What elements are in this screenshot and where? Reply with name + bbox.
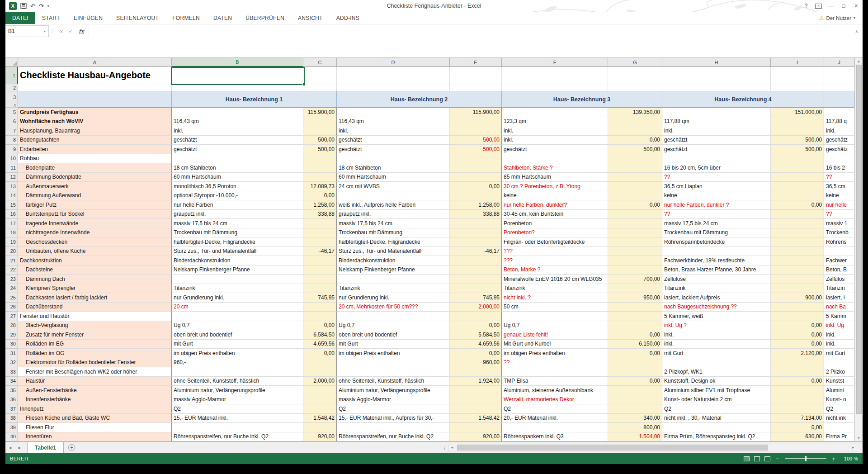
- cell-F32[interactable]: ??: [502, 358, 608, 368]
- cell-B8[interactable]: geschätzt: [172, 136, 303, 145]
- row-header-23[interactable]: 23: [5, 275, 18, 284]
- cell-J31[interactable]: mit Gurt: [824, 349, 854, 358]
- cell-G11[interactable]: [608, 163, 662, 173]
- zoom-out-icon[interactable]: −: [775, 455, 780, 462]
- cell-A19[interactable]: Geschossdecken: [18, 237, 172, 247]
- maximize-icon[interactable]: □: [837, 3, 850, 9]
- cell-F34[interactable]: TMP Elisa: [502, 377, 608, 386]
- formula-bar-expanded-area[interactable]: [5, 38, 863, 58]
- cell-B26[interactable]: 20 cm: [172, 303, 303, 312]
- cell-B24[interactable]: Titanzink: [172, 284, 303, 294]
- cell-B20[interactable]: Sturz zus., Tür- und Materialentfall: [172, 247, 303, 256]
- cell-E2[interactable]: [450, 84, 502, 91]
- row-header-11[interactable]: 11: [5, 163, 18, 173]
- cell-B37[interactable]: Q2: [172, 404, 303, 414]
- cell-D19[interactable]: halbfertigteil-Decke, Filigrandecke: [337, 237, 450, 247]
- cell-F18[interactable]: Porenbeton?: [502, 228, 608, 238]
- cell-D40[interactable]: Röhrenspanstreifen, nur Buche inkl. Q2: [337, 432, 450, 442]
- row-header-40[interactable]: 40: [5, 432, 18, 442]
- cell-D35[interactable]: Aluminium natur, Verlängerungsprofile: [337, 386, 450, 395]
- vertical-scroll-thumb[interactable]: [856, 65, 862, 414]
- cell-J12[interactable]: ??: [824, 173, 854, 182]
- cell-F7[interactable]: inkl.: [502, 126, 608, 136]
- cell-H31[interactable]: mit Gurt: [662, 349, 771, 358]
- row-header-33[interactable]: 33: [5, 367, 18, 377]
- cell-C30[interactable]: 4.659,56: [303, 340, 337, 349]
- cell-B9[interactable]: geschätzt: [172, 145, 303, 154]
- cell-J35[interactable]: Alumini: [824, 386, 854, 395]
- cell-B5[interactable]: [172, 108, 303, 117]
- cell-A33[interactable]: Fenster mit Beschlägen nach WK2 oder höh…: [18, 367, 172, 377]
- cell-B32[interactable]: 960,-: [172, 358, 303, 368]
- cell-F13[interactable]: 30 cm ? Porenbeton, z.B. Ytong: [502, 182, 608, 191]
- cell-J33[interactable]: 2 Pilzko: [824, 367, 854, 377]
- cell-I26[interactable]: [771, 303, 824, 312]
- cell-I31[interactable]: 2.120,00: [771, 349, 824, 358]
- cell-G10[interactable]: [608, 154, 662, 164]
- cell-D30[interactable]: mit Gurt: [337, 340, 450, 349]
- cell-F27[interactable]: [502, 312, 608, 321]
- row-header-2[interactable]: 2: [5, 84, 18, 91]
- cell-D5[interactable]: [337, 108, 450, 117]
- cell-F38[interactable]: 20,- EUR Material inkl.: [502, 414, 608, 423]
- cell-D38[interactable]: 15,- EUR Material inkl., Aufpreis für 30…: [337, 414, 450, 423]
- cell-G35[interactable]: [608, 386, 662, 395]
- minimize-icon[interactable]: —: [825, 3, 837, 9]
- cell-E37[interactable]: [450, 404, 502, 414]
- formula-input[interactable]: [89, 24, 851, 38]
- cell-E9[interactable]: 500,00: [450, 145, 502, 154]
- cell-F2[interactable]: [502, 84, 608, 91]
- add-sheet-button[interactable]: +: [68, 444, 75, 451]
- cell-H27[interactable]: 5 Kammer, weiß: [662, 312, 771, 321]
- cell-F26[interactable]: 50 cm: [502, 303, 608, 312]
- cell-E28[interactable]: 0,00: [450, 321, 502, 331]
- cell-F12[interactable]: 85 mm Hartschaum: [502, 173, 608, 182]
- cell-G18[interactable]: [608, 228, 662, 238]
- cell-D6[interactable]: 116,43 qm: [337, 117, 450, 127]
- cell-H6[interactable]: 117,88 qm: [662, 117, 771, 127]
- cell-H10[interactable]: [662, 154, 771, 164]
- cell-G2[interactable]: [608, 84, 662, 91]
- cell-F39[interactable]: [502, 423, 608, 432]
- cell-B14[interactable]: optional Styropor -10.000,-: [172, 191, 303, 201]
- cell-J13[interactable]: 36,5 cm: [824, 182, 854, 191]
- cell-G40[interactable]: 1.504,00: [608, 432, 662, 442]
- row-header-20[interactable]: 20: [5, 247, 18, 256]
- cell-F25[interactable]: nicht inkl. ?: [502, 293, 608, 303]
- cell-D9[interactable]: geschätzt: [337, 145, 450, 154]
- cell-E38[interactable]: 1.548,42: [450, 414, 502, 423]
- cell-J38[interactable]: nicht ink: [824, 414, 854, 423]
- row-header-27[interactable]: 27: [5, 312, 18, 321]
- cell-H1[interactable]: [662, 67, 771, 84]
- cell-B35[interactable]: Aluminium natur, Verlängerungsprofile: [172, 386, 303, 395]
- cell-D28[interactable]: Ug 0,7: [337, 321, 450, 331]
- row-header-14[interactable]: 14: [5, 191, 18, 201]
- cell-A22[interactable]: Dachsteine: [18, 265, 172, 275]
- cell-J23[interactable]: Zellulos: [824, 275, 854, 284]
- group-header-3[interactable]: Haus- Bezeichnung 3: [502, 91, 662, 108]
- cell-A13[interactable]: Außenmauerwerk: [18, 182, 172, 191]
- cell-J7[interactable]: inkl.: [824, 126, 854, 136]
- row-header-35[interactable]: 35: [5, 386, 18, 395]
- row-header-29[interactable]: 29: [5, 330, 18, 340]
- cell-B16[interactable]: grauputz inkl.: [172, 210, 303, 219]
- cell-B10[interactable]: [172, 154, 303, 164]
- cell-H23[interactable]: Zellulose: [662, 275, 771, 284]
- cell-C31[interactable]: 0,00: [303, 349, 337, 358]
- cell-H15[interactable]: nur helle Farben, dunkler ?: [662, 200, 771, 210]
- cell-D22[interactable]: Nelskamp Finkenberger Pfanne: [337, 265, 450, 275]
- cell-I32[interactable]: [771, 358, 824, 368]
- cell-A7[interactable]: Hausplanung, Bauantrag: [18, 126, 172, 136]
- cell-E18[interactable]: [450, 228, 502, 238]
- tab-scroll-splitter[interactable]: ⁞: [444, 445, 448, 450]
- cell-B11[interactable]: 18 cm Stahlbeton: [172, 163, 303, 173]
- cell-D26[interactable]: 20 cm, Mehrkosten für 50 cm???: [337, 303, 450, 312]
- row-header-6[interactable]: 6: [5, 117, 18, 127]
- cell-B19[interactable]: halbfertigteil-Decke, Filigrandecke: [172, 237, 303, 247]
- ribbon-tab-formeln[interactable]: FORMELN: [165, 12, 207, 24]
- cell-D33[interactable]: [337, 367, 450, 377]
- row-header-1[interactable]: 1: [5, 67, 18, 84]
- cell-C23[interactable]: [303, 275, 337, 284]
- page-break-preview-icon[interactable]: [764, 456, 770, 461]
- cell-A12[interactable]: Dämmung Bodenplatte: [18, 173, 172, 182]
